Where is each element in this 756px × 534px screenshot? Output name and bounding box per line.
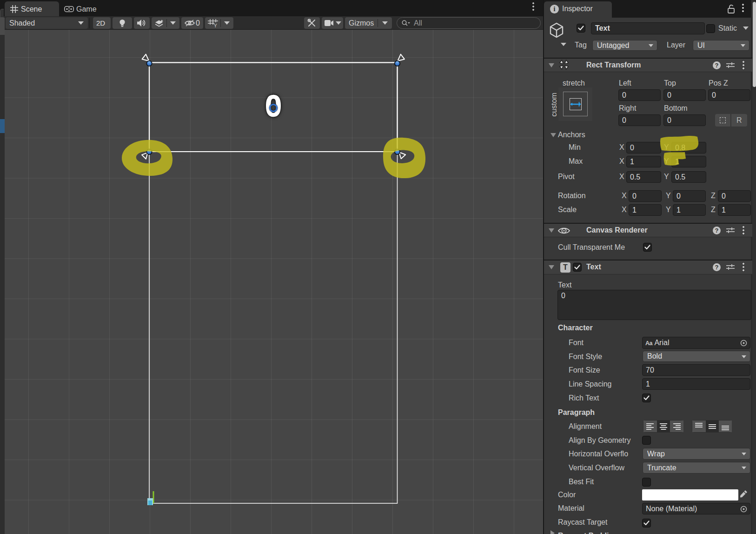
svg-text:Y: Y [214, 23, 217, 27]
